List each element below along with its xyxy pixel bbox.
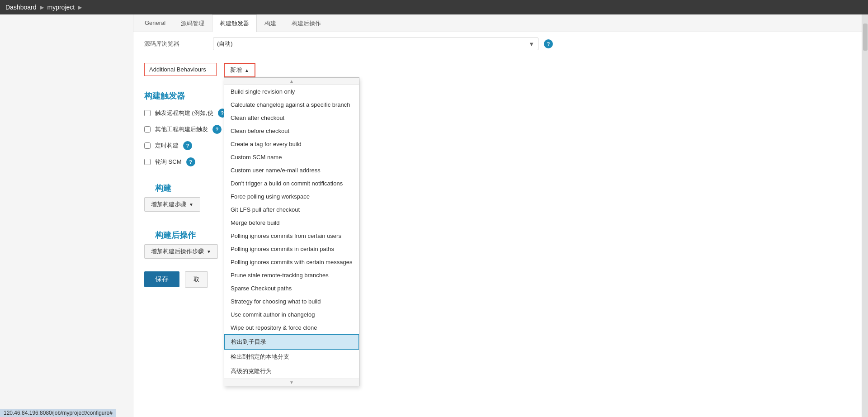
status-bar: 120.46.84.196:8080/job/myproject/configu… — [0, 409, 116, 417]
behaviour-item-2[interactable]: Clean after checkout — [224, 111, 359, 124]
behaviour-item-19[interactable]: 检出到子目录 — [224, 334, 359, 350]
status-url: 120.46.84.196:8080/job/myproject/configu… — [4, 410, 113, 416]
dropdown-arrow-up: ▲ — [224, 78, 359, 85]
trigger-label-3: 轮询 SCM — [155, 158, 182, 166]
save-button[interactable]: 保存 — [144, 271, 179, 287]
arrow2: ▶ — [78, 5, 82, 10]
post-build-step-arrow: ▼ — [207, 249, 211, 254]
add-behaviour-button[interactable]: 新增 ▲ — [224, 63, 255, 77]
trigger-check-2[interactable] — [144, 142, 151, 149]
dropdown-arrow-down: ▼ — [224, 379, 359, 386]
behaviour-item-7[interactable]: Don't trigger a build on commit notifica… — [224, 177, 359, 190]
add-post-build-step-button[interactable]: 增加构建后操作步骤 ▼ — [144, 244, 218, 259]
trigger-check-3[interactable] — [144, 159, 151, 165]
scrollbar-thumb — [863, 24, 868, 51]
behaviour-item-4[interactable]: Create a tag for every build — [224, 137, 359, 151]
behaviour-item-8[interactable]: Force polling using workspace — [224, 190, 359, 203]
trigger-label-2: 定时构建 — [155, 142, 179, 150]
add-build-step-button[interactable]: 增加构建步骤 ▼ — [144, 197, 200, 212]
behaviour-item-0[interactable]: Build single revision only — [224, 85, 359, 98]
trigger-check-1[interactable] — [144, 126, 151, 133]
topbar: Dashboard ▶ myproject ▶ — [0, 0, 868, 14]
tab-build-trigger[interactable]: 构建触发器 — [212, 14, 257, 32]
behaviour-item-21[interactable]: 高级的克隆行为 — [224, 364, 359, 379]
behaviour-item-1[interactable]: Calculate changelog against a specific b… — [224, 98, 359, 111]
source-browser-row: 源码库浏览器 (自动) ▼ ? — [133, 32, 862, 52]
add-behaviour-wrapper: 新增 ▲ ▲ Build single revision only Calcul… — [224, 63, 255, 77]
trigger-label-0: 触发远程构建 (例如,使 — [155, 109, 213, 117]
tab-bar: General 源码管理 构建触发器 构建 构建后操作 — [133, 14, 862, 32]
sidebar — [0, 14, 133, 417]
project-link[interactable]: myproject — [47, 4, 75, 11]
add-behaviour-btn-label: 新增 — [230, 66, 242, 74]
behaviour-item-15[interactable]: Sparse Checkout paths — [224, 282, 359, 295]
source-browser-label: 源码库浏览器 — [144, 40, 208, 48]
behaviour-item-14[interactable]: Prune stale remote-tracking branches — [224, 269, 359, 282]
add-post-build-step-label: 增加构建后操作步骤 — [151, 247, 204, 256]
behaviour-item-3[interactable]: Clean before checkout — [224, 124, 359, 137]
behaviour-item-18[interactable]: Wipe out repository & force clone — [224, 321, 359, 334]
build-step-arrow: ▼ — [189, 202, 193, 207]
source-browser-arrow: ▼ — [528, 41, 534, 47]
add-behaviour-arrow: ▲ — [245, 68, 249, 73]
tab-scm[interactable]: 源码管理 — [173, 14, 212, 32]
behaviour-item-6[interactable]: Custom user name/e-mail address — [224, 164, 359, 177]
behaviour-item-5[interactable]: Custom SCM name — [224, 151, 359, 164]
tab-post-build[interactable]: 构建后操作 — [284, 14, 329, 32]
behaviour-item-12[interactable]: Polling ignores commits in certain paths — [224, 242, 359, 256]
source-browser-select[interactable]: (自动) ▼ — [213, 38, 538, 50]
additional-behaviours-label: Additional Behaviours — [144, 63, 217, 76]
behaviour-item-9[interactable]: Git LFS pull after checkout — [224, 203, 359, 216]
cancel-button[interactable]: 取 — [185, 271, 208, 288]
behaviour-item-13[interactable]: Polling ignores commits with certain mes… — [224, 256, 359, 269]
additional-behaviours-section: Additional Behaviours 新增 ▲ ▲ Build singl… — [133, 57, 862, 83]
tab-build[interactable]: 构建 — [257, 14, 284, 32]
trigger-help-2[interactable]: ? — [183, 141, 192, 150]
behaviour-item-17[interactable]: Use commit author in changelog — [224, 308, 359, 321]
main-content: General 源码管理 构建触发器 构建 构建后操作 源码库浏览器 (自动) … — [133, 14, 862, 417]
right-scrollbar[interactable] — [862, 14, 868, 417]
trigger-help-3[interactable]: ? — [186, 157, 195, 166]
trigger-help-1[interactable]: ? — [212, 125, 222, 134]
behaviour-dropdown: ▲ Build single revision only Calculate c… — [224, 77, 359, 386]
behaviour-item-10[interactable]: Merge before build — [224, 216, 359, 229]
dashboard-link[interactable]: Dashboard — [5, 4, 37, 11]
behaviour-item-11[interactable]: Polling ignores commits from certain use… — [224, 229, 359, 242]
trigger-check-0[interactable] — [144, 110, 151, 116]
tab-general[interactable]: General — [137, 14, 173, 32]
behaviour-item-16[interactable]: Strategy for choosing what to build — [224, 295, 359, 308]
behaviour-item-20[interactable]: 检出到指定的本地分支 — [224, 350, 359, 364]
add-build-step-label: 增加构建步骤 — [151, 200, 186, 208]
arrow1: ▶ — [40, 5, 44, 10]
source-browser-value: (自动) — [217, 40, 233, 48]
trigger-label-1: 其他工程构建后触发 — [155, 125, 208, 133]
source-browser-help[interactable]: ? — [544, 39, 553, 48]
